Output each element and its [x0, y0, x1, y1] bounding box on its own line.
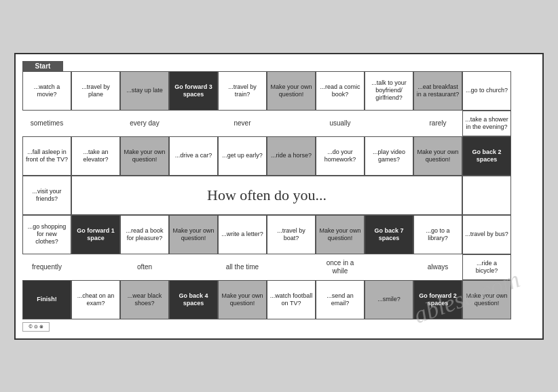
row-5: ...go shopping for new clothes? Go forwa… — [22, 215, 536, 254]
cell-7-2: ...cheat on an exam? — [71, 280, 120, 319]
row-4: ...visit your friends? How often do you.… — [22, 176, 536, 215]
row-1: ...watch a movie? ...travel by plane ...… — [22, 71, 536, 111]
cell-3-9: Make your own question! — [413, 136, 462, 176]
label-usually: usually — [316, 111, 365, 136]
cell-2-10: ...take a shower in the evening? — [462, 111, 511, 136]
cell-5-9: ...go to a library? — [413, 215, 462, 254]
big-title: How often do you... — [71, 176, 462, 215]
label-allthetime: all the time — [218, 254, 267, 280]
row-7: Finish! ...cheat on an exam? ...wear bla… — [22, 280, 536, 319]
label-never: never — [218, 111, 267, 136]
cell-1-6: Make your own question! — [267, 71, 316, 111]
cell-7-4: Go back 4 spaces — [169, 280, 218, 319]
cell-7-8: ...smile? — [365, 280, 413, 319]
row-2: sometimes every day never usually rarely… — [22, 111, 536, 136]
cell-7-7: ...send an email? — [316, 280, 365, 319]
cell-3-1: ...fall asleep in front of the TV? — [22, 136, 71, 176]
label-empty-5 — [71, 254, 120, 280]
label-empty-2 — [169, 111, 218, 136]
cell-5-1: ...go shopping for new clothes? — [22, 215, 71, 254]
row-3: ...fall asleep in front of the TV? ...ta… — [22, 136, 536, 176]
license-icon: © ⊙ ⊗ — [22, 322, 50, 332]
label-empty-4 — [365, 111, 413, 136]
cell-7-1: Finish! — [22, 280, 71, 319]
label-empty-3 — [267, 111, 316, 136]
cell-3-6: ...ride a horse? — [267, 136, 316, 176]
label-onceawhile: once in a while — [316, 254, 365, 280]
cell-4-1: ...visit your friends? — [22, 176, 71, 215]
label-rarely: rarely — [413, 111, 462, 136]
cell-7-10: Make your own question! — [462, 280, 511, 319]
license-bar: © ⊙ ⊗ — [22, 322, 536, 332]
label-always: always — [413, 254, 462, 280]
cell-1-8: ...talk to your boyfriend/ girlfriend? — [365, 71, 413, 111]
cell-5-7: Make your own question! — [316, 215, 365, 254]
label-empty-8 — [365, 254, 413, 280]
cell-5-2: Go forward 1 space — [71, 215, 120, 254]
cell-1-4: Go forward 3 spaces — [169, 71, 218, 111]
cell-3-4: ...drive a car? — [169, 136, 218, 176]
cell-5-8: Go back 7 spaces — [365, 215, 413, 254]
cell-5-5: ...write a letter? — [218, 215, 267, 254]
label-frequently: frequently — [22, 254, 71, 280]
cell-5-10: ...travel by bus? — [462, 215, 511, 254]
cell-5-4: Make your own question! — [169, 215, 218, 254]
cell-1-1: ...watch a movie? — [22, 71, 71, 111]
cell-3-2: ...take an elevator? — [71, 136, 120, 176]
cell-3-10: Go back 2 spaces — [462, 136, 511, 176]
label-empty-6 — [169, 254, 218, 280]
cell-1-2: ...travel by plane — [71, 71, 120, 111]
label-sometimes: sometimes — [22, 111, 71, 136]
cell-1-10: ...go to church? — [462, 71, 511, 111]
label-empty-1 — [71, 111, 120, 136]
cell-7-5: Make your own question! — [218, 280, 267, 319]
cell-3-8: ...play video games? — [365, 136, 413, 176]
row-6: frequently often all the time once in a … — [22, 254, 536, 280]
cell-3-3: Make your own question! — [120, 136, 169, 176]
board-container: Start ...watch a movie? ...travel by pla… — [14, 53, 544, 340]
cell-5-6: ...travel by boat? — [267, 215, 316, 254]
cell-3-5: ...get up early? — [218, 136, 267, 176]
label-everyday: every day — [120, 111, 169, 136]
cell-1-9: ...eat breakfast in a restaurant? — [413, 71, 462, 111]
cell-7-9: Go forward 2 spaces — [413, 280, 462, 319]
cell-7-6: ...watch football on TV? — [267, 280, 316, 319]
cell-7-3: ...wear black shoes? — [120, 280, 169, 319]
cell-6-10: ...ride a bicycle? — [462, 254, 511, 280]
cell-1-7: ...read a comic book? — [316, 71, 365, 111]
cell-1-3: ...stay up late — [120, 71, 169, 111]
cell-4-10 — [462, 176, 511, 215]
cell-1-5: ...travel by train? — [218, 71, 267, 111]
start-label: Start — [22, 61, 63, 71]
cell-3-7: ...do your homework? — [316, 136, 365, 176]
game-board: Start ...watch a movie? ...travel by pla… — [22, 61, 536, 319]
label-often: often — [120, 254, 169, 280]
label-empty-7 — [267, 254, 316, 280]
cell-5-3: ...read a book for pleasure? — [120, 215, 169, 254]
